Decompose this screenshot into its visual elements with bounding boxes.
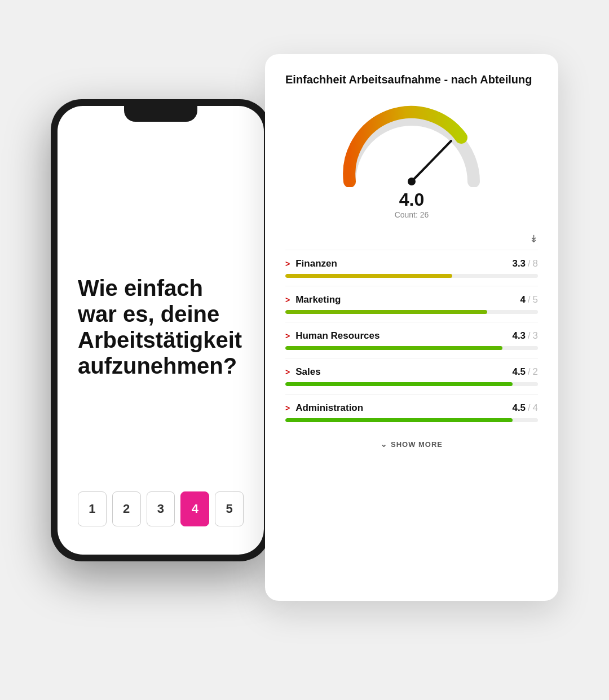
- dept-score: 4: [520, 294, 526, 305]
- dept-row[interactable]: > Sales 4.5 / 2: [285, 358, 538, 394]
- gauge-container: 4.0 Count: 26: [285, 103, 538, 219]
- dept-count: 3: [533, 330, 538, 342]
- dept-bar-fill: [285, 418, 513, 422]
- dept-name: Marketing: [295, 294, 520, 305]
- dashboard-card: Einfachheit Arbeitsaufnahme - nach Abtei…: [265, 54, 558, 601]
- gauge-svg: [338, 103, 485, 187]
- gauge-number: 4.0: [395, 189, 429, 210]
- gauge-value: 4.0 Count: 26: [395, 189, 429, 219]
- show-more-chevron: ⌄: [381, 440, 387, 449]
- dept-slash: /: [528, 259, 530, 269]
- dept-count: 4: [533, 402, 538, 414]
- dept-bar-fill: [285, 346, 502, 350]
- dept-chevron: >: [285, 331, 290, 340]
- dept-slash: /: [528, 295, 530, 305]
- dept-row[interactable]: > Human Resources 4.3 / 3: [285, 322, 538, 358]
- dept-score: 4.5: [512, 366, 526, 378]
- show-more-button[interactable]: ⌄ SHOW MORE: [285, 430, 538, 451]
- rating-buttons: 12345: [78, 491, 244, 526]
- dept-slash: /: [528, 367, 530, 377]
- dept-score: 4.5: [512, 402, 526, 414]
- dept-count: 8: [533, 258, 538, 269]
- rating-btn-5[interactable]: 5: [215, 491, 244, 526]
- svg-point-1: [408, 178, 416, 185]
- dept-chevron: >: [285, 259, 290, 268]
- show-more-label: SHOW MORE: [391, 440, 443, 449]
- sort-row: ↡: [285, 233, 538, 245]
- dept-count: 2: [533, 366, 538, 378]
- sort-icon[interactable]: ↡: [529, 233, 538, 245]
- dept-name: Finanzen: [295, 258, 512, 269]
- dept-name: Human Resources: [295, 330, 512, 342]
- dept-bar-track: [285, 274, 538, 278]
- dept-bar-fill: [285, 382, 513, 386]
- rating-btn-2[interactable]: 2: [112, 491, 141, 526]
- dept-slash: /: [528, 403, 530, 413]
- dept-bar-track: [285, 382, 538, 386]
- rating-btn-1[interactable]: 1: [78, 491, 107, 526]
- dept-bar-fill: [285, 274, 452, 278]
- rating-btn-3[interactable]: 3: [147, 491, 175, 526]
- gauge-count: Count: 26: [395, 210, 429, 219]
- svg-line-0: [412, 141, 451, 181]
- dept-chevron: >: [285, 367, 290, 376]
- dept-name: Administration: [295, 402, 512, 414]
- dept-chevron: >: [285, 295, 290, 304]
- phone-notch: [124, 106, 197, 122]
- dept-bar-track: [285, 346, 538, 350]
- card-title: Einfachheit Arbeitsaufnahme - nach Abtei…: [285, 72, 538, 87]
- dept-slash: /: [528, 331, 530, 341]
- phone-mockup: Wie einfach war es, deine Arbeitstätigke…: [51, 99, 271, 561]
- dept-score: 3.3: [512, 258, 526, 269]
- dept-chevron: >: [285, 404, 290, 413]
- dept-bar-track: [285, 418, 538, 422]
- dept-row[interactable]: > Administration 4.5 / 4: [285, 394, 538, 430]
- dept-row[interactable]: > Marketing 4 / 5: [285, 286, 538, 322]
- dept-count: 5: [533, 294, 538, 305]
- department-list: > Finanzen 3.3 / 8 > Marketing 4 / 5 > H…: [285, 250, 538, 430]
- dept-bar-track: [285, 310, 538, 314]
- dept-bar-fill: [285, 310, 487, 314]
- dept-name: Sales: [295, 366, 512, 378]
- rating-btn-4[interactable]: 4: [180, 491, 209, 526]
- dept-row[interactable]: > Finanzen 3.3 / 8: [285, 250, 538, 286]
- dept-score: 4.3: [512, 330, 526, 342]
- survey-question: Wie einfach war es, deine Arbeitstätigke…: [78, 162, 244, 491]
